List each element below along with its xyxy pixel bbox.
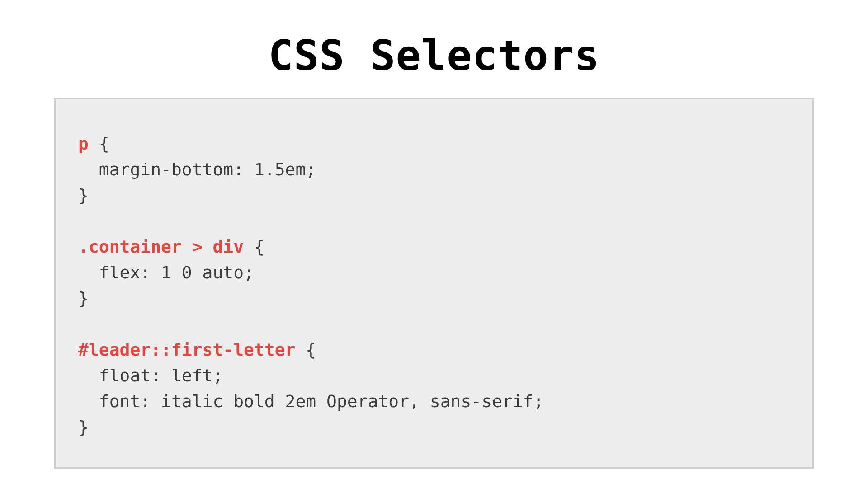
code-block: p { margin-bottom: 1.5em; } .container >… — [78, 131, 790, 440]
css-selector: #leader::first-letter — [78, 340, 295, 360]
page-title: CSS Selectors — [54, 32, 814, 80]
slide: CSS Selectors p { margin-bottom: 1.5em; … — [0, 0, 868, 488]
css-selector: p — [78, 134, 89, 154]
code-box: p { margin-bottom: 1.5em; } .container >… — [54, 98, 814, 469]
css-selector: .container > div — [78, 237, 244, 257]
